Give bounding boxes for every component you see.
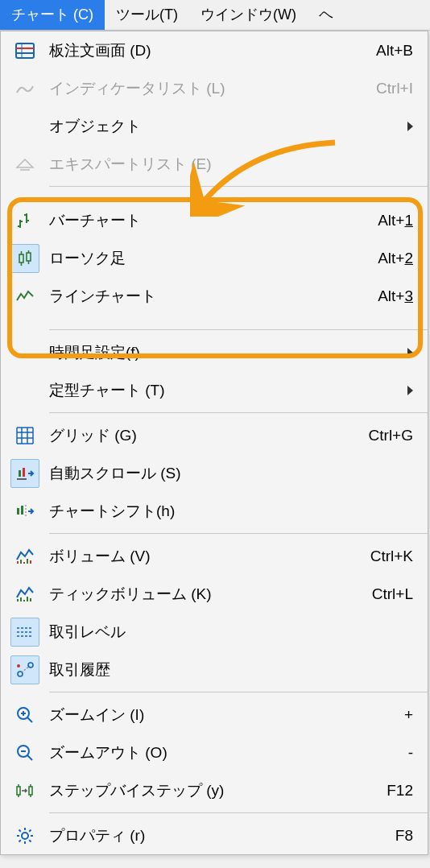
svg-line-65 (19, 829, 21, 831)
step-by-step-icon (1, 782, 49, 800)
menu-label: プロパティ (r) (49, 825, 389, 846)
menu-zoom-out[interactable]: ズームアウト (O) - (1, 734, 428, 771)
menu-label: 自動スクロール (S) (49, 463, 413, 484)
svg-line-66 (29, 840, 31, 841)
chart-dropdown: 板注文画面 (D) Alt+B インディケータリスト (L) Ctrl+I オブ… (0, 31, 428, 855)
menu-line-chart[interactable]: ラインチャート Alt+3 (1, 277, 428, 315)
menu-label: インディケータリスト (L) (49, 78, 370, 99)
menu-indicator-list: インディケータリスト (L) Ctrl+I (1, 69, 428, 107)
tick-volume-icon (1, 585, 49, 603)
menu-label: 時間足設定(f) (49, 342, 401, 363)
svg-line-67 (19, 840, 21, 841)
menubar-help[interactable]: ヘ (308, 0, 345, 30)
svg-rect-28 (17, 508, 19, 515)
menu-expert-list: エキスパートリスト (E) (1, 145, 428, 183)
separator (49, 812, 428, 813)
svg-line-52 (27, 755, 32, 760)
menu-autoscroll[interactable]: 自動スクロール (S) (1, 454, 428, 492)
grid-icon (1, 427, 49, 444)
menu-label: 取引履歴 (49, 659, 413, 680)
menu-tick-volume[interactable]: ティックボリューム (K) Ctrl+L (1, 575, 428, 613)
menu-label: エキスパートリスト (E) (49, 154, 413, 175)
shortcut: Alt+1 (378, 212, 413, 229)
menu-trade-level[interactable]: 取引レベル (1, 613, 428, 651)
zoom-out-icon (1, 743, 49, 763)
trade-level-icon (10, 618, 39, 647)
menu-label: 板注文画面 (D) (49, 40, 370, 61)
separator (49, 186, 428, 187)
svg-rect-57 (29, 787, 32, 795)
shortcut: Ctrl+L (372, 585, 413, 603)
line-chart-icon (1, 289, 49, 304)
menu-trade-history[interactable]: 取引履歴 (1, 651, 428, 688)
autoscroll-icon (10, 459, 39, 488)
menu-label: 取引レベル (49, 622, 413, 643)
shortcut: Alt+3 (378, 287, 413, 305)
shortcut: - (408, 744, 413, 762)
svg-point-45 (17, 664, 20, 668)
svg-rect-54 (17, 787, 20, 795)
menu-candlestick[interactable]: ローソク足 Alt+2 (1, 239, 428, 277)
separator (49, 533, 428, 534)
menu-label: ズームアウト (O) (49, 742, 402, 763)
menubar: チャート (C) ツール(T) ウインドウ(W) ヘ (0, 0, 430, 31)
separator (49, 692, 428, 692)
menu-timeframe[interactable]: 時間足設定(f) (1, 333, 428, 371)
menu-step-by-step[interactable]: ステップバイステップ (y) F12 (1, 771, 428, 809)
svg-rect-11 (19, 254, 23, 262)
shortcut: Ctrl+G (369, 427, 413, 444)
menubar-tool[interactable]: ツール(T) (105, 0, 189, 30)
menu-label: ステップバイステップ (y) (49, 780, 380, 801)
shortcut: + (404, 706, 413, 724)
submenu-arrow-icon (407, 122, 413, 131)
indicator-list-icon (1, 81, 49, 96)
shortcut: Alt+B (376, 42, 413, 60)
svg-line-68 (29, 829, 31, 831)
bar-chart-icon (1, 212, 49, 229)
volume-icon (1, 548, 49, 565)
shortcut: F12 (387, 782, 413, 800)
menu-zoom-in[interactable]: ズームイン (I) + (1, 696, 428, 734)
menu-label: ボリューム (V) (49, 546, 364, 567)
menubar-chart[interactable]: チャート (C) (0, 0, 105, 30)
menu-label: ティックボリューム (K) (49, 584, 366, 605)
shortcut: Alt+2 (378, 250, 413, 267)
menu-properties[interactable]: プロパティ (r) F8 (1, 816, 428, 854)
svg-rect-14 (27, 253, 31, 261)
shortcut: Ctrl+K (370, 548, 413, 565)
menu-label: ラインチャート (49, 286, 371, 307)
menu-label: オブジェクト (49, 116, 401, 137)
submenu-arrow-icon (407, 386, 413, 395)
menu-grid[interactable]: グリッド (G) Ctrl+G (1, 416, 428, 454)
shortcut: Ctrl+I (376, 80, 413, 97)
separator (49, 412, 428, 413)
trade-history-icon (10, 655, 39, 684)
svg-point-60 (22, 833, 28, 839)
menu-label: ズームイン (I) (49, 705, 398, 725)
menu-label: チャートシフト(h) (49, 501, 413, 522)
menu-label: グリッド (G) (49, 425, 362, 446)
separator (49, 329, 428, 330)
menu-label: ローソク足 (49, 248, 371, 269)
menu-volume[interactable]: ボリューム (V) Ctrl+K (1, 537, 428, 575)
svg-rect-26 (23, 468, 25, 477)
expert-list-icon (1, 156, 49, 172)
shortcut: F8 (395, 827, 413, 845)
submenu-arrow-icon (407, 348, 413, 358)
menu-template[interactable]: 定型チャート (T) (1, 371, 428, 409)
chartshift-icon (1, 503, 49, 519)
menu-dom[interactable]: 板注文画面 (D) Alt+B (1, 31, 428, 69)
menu-bar-chart[interactable]: バーチャート Alt+1 (1, 201, 428, 239)
zoom-in-icon (1, 705, 49, 725)
menu-label: 定型チャート (T) (49, 380, 401, 401)
svg-point-46 (28, 663, 33, 668)
menu-chartshift[interactable]: チャートシフト(h) (1, 492, 428, 530)
menu-objects[interactable]: オブジェクト (1, 107, 428, 145)
svg-rect-0 (16, 43, 34, 58)
properties-icon (1, 826, 49, 845)
menubar-window[interactable]: ウインドウ(W) (189, 0, 308, 30)
menu-label: バーチャート (49, 210, 371, 231)
dom-icon (1, 43, 49, 59)
svg-rect-25 (19, 470, 21, 477)
svg-line-48 (27, 717, 32, 722)
